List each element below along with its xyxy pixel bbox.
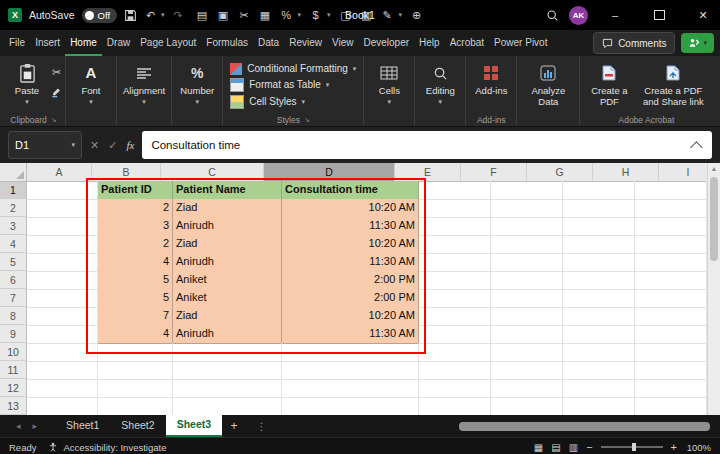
font-button[interactable]: A Font ▾ [69,58,113,106]
clipboard-icon[interactable]: ▣ [217,9,230,22]
comments-button[interactable]: Comments [593,32,675,54]
cell-E1[interactable] [419,181,491,200]
ribbon-tab-home[interactable]: Home [65,30,102,56]
cell-E12[interactable] [419,379,491,398]
cell-G5[interactable] [563,253,635,272]
cell-A1[interactable] [27,181,98,200]
confirm-entry-icon[interactable]: ✓ [108,139,117,152]
cell-G10[interactable] [563,343,635,362]
undo-dropdown-icon[interactable]: ▾ [161,11,165,19]
cell-B10[interactable] [98,343,173,362]
cell-E3[interactable] [419,217,491,236]
cell-F3[interactable] [491,217,563,236]
cell-E10[interactable] [419,343,491,362]
minimize-button[interactable]: – [598,0,632,30]
cell-G11[interactable] [563,361,635,380]
column-header-A[interactable]: A [27,163,92,182]
cell-B13[interactable] [98,397,173,415]
cell-A12[interactable] [27,379,98,398]
cell-F10[interactable] [491,343,563,362]
avatar[interactable]: AK [569,6,588,25]
cell-D13[interactable] [282,397,419,415]
row-header-13[interactable]: 13 [0,397,27,415]
cell-F13[interactable] [491,397,563,415]
clipboard-dialog-launcher-icon[interactable]: ↘ [51,116,57,124]
cell-C10[interactable] [173,343,282,362]
column-header-E[interactable]: E [395,163,461,182]
zoom-level[interactable]: 100% [685,442,711,453]
cell-H13[interactable] [635,397,707,415]
cell-G8[interactable] [563,307,635,326]
page-layout-view-icon[interactable]: ▤ [551,442,560,453]
ribbon-tab-acrobat[interactable]: Acrobat [445,30,489,56]
page-break-view-icon[interactable]: ▥ [569,442,578,453]
add-person-icon[interactable]: ⊕ [410,9,423,22]
cell-H10[interactable] [635,343,707,362]
vertical-scroll-thumb[interactable] [710,177,718,261]
paintbrush-icon-dropdown[interactable]: ▾ [399,11,403,19]
sheet-nav-left-icon[interactable]: ◂ [10,421,27,431]
ribbon-tab-draw[interactable]: Draw [102,30,135,56]
cell-A6[interactable] [27,271,98,290]
cell-F7[interactable] [491,289,563,308]
format-as-table-button[interactable]: Format as Table ▾ [230,78,356,92]
cell-A3[interactable] [27,217,98,236]
cell-E6[interactable] [419,271,491,290]
cell-H12[interactable] [635,379,707,398]
scissors-icon[interactable]: ✂ [238,9,251,22]
cell-G13[interactable] [563,397,635,415]
ribbon-tab-developer[interactable]: Developer [358,30,414,56]
zoom-slider-thumb[interactable] [632,443,636,451]
cell-B12[interactable] [98,379,173,398]
cell-A4[interactable] [27,235,98,254]
cell-E11[interactable] [419,361,491,380]
cell-H7[interactable] [635,289,707,308]
cell-F9[interactable] [491,325,563,344]
row-header-5[interactable]: 5 [0,253,27,271]
zoom-slider[interactable] [601,446,663,448]
cell-B8[interactable]: 7 [98,307,173,326]
cell-C12[interactable] [173,379,282,398]
ribbon-tab-help[interactable]: Help [414,30,445,56]
cell-E5[interactable] [419,253,491,272]
cell-F5[interactable] [491,253,563,272]
cell-D3[interactable]: 11:30 AM [282,217,419,236]
ribbon-tab-power-pivot[interactable]: Power Pivot [489,30,552,56]
cell-G7[interactable] [563,289,635,308]
new-sheet-button[interactable]: + [222,419,246,433]
column-header-C[interactable]: C [161,163,264,182]
addins-button[interactable]: Add-ins [469,58,513,97]
cell-E7[interactable] [419,289,491,308]
styles-dialog-launcher-icon[interactable]: ↘ [304,116,310,124]
cell-G1[interactable] [563,181,635,200]
row-header-4[interactable]: 4 [0,235,27,253]
sheet-tab-sheet1[interactable]: Sheet1 [55,415,110,437]
paintbrush-icon[interactable]: ✎ [381,9,394,22]
cell-H5[interactable] [635,253,707,272]
cell-F4[interactable] [491,235,563,254]
cell-F11[interactable] [491,361,563,380]
collapse-formula-bar-icon[interactable] [690,141,703,154]
column-header-B[interactable]: B [92,163,161,182]
search-icon[interactable] [546,9,559,22]
cell-B4[interactable]: 2 [98,235,173,254]
scroll-up-icon[interactable]: ▲ [711,163,718,175]
alignment-button[interactable]: Alignment ▾ [120,58,168,106]
cell-B2[interactable]: 2 [98,199,173,218]
undo-icon[interactable]: ↶ [144,9,157,22]
currency-icon-dropdown[interactable]: ▾ [327,11,331,19]
cell-B9[interactable]: 4 [98,325,173,344]
cell-D6[interactable]: 2:00 PM [282,271,419,290]
cell-G9[interactable] [563,325,635,344]
create-pdf-button[interactable]: Create a PDF [583,58,635,108]
cell-D8[interactable]: 10:20 AM [282,307,419,326]
cell-B11[interactable] [98,361,173,380]
table-icon[interactable]: ▦ [259,9,272,22]
cell-E13[interactable] [419,397,491,415]
sheet-tab-sheet2[interactable]: Sheet2 [110,415,165,437]
cell-G2[interactable] [563,199,635,218]
cut-icon[interactable]: ✂ [51,66,62,79]
select-all-button[interactable] [0,163,27,182]
percent-icon-dropdown[interactable]: ▾ [298,11,302,19]
cell-H9[interactable] [635,325,707,344]
